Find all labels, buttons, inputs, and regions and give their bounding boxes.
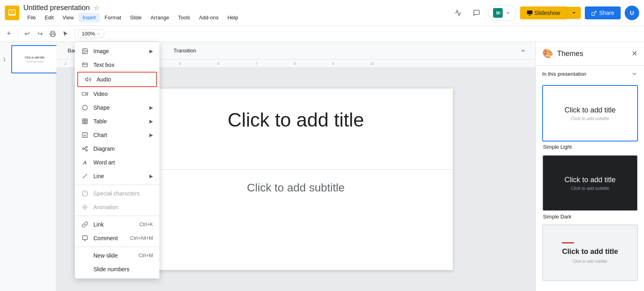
divider-2 [74, 29, 75, 39]
menu-view[interactable]: View [58, 13, 78, 22]
slide-1-thumbnail[interactable]: Click to add title Click to add subtitle [11, 45, 58, 73]
diagram-icon [81, 145, 89, 152]
themes-title: Themes [557, 50, 627, 58]
menu-item-shape-label: Shape [93, 104, 144, 111]
app-logo[interactable]: G [5, 6, 19, 20]
cursor-button[interactable] [60, 28, 71, 39]
menu-item-chart-label: Chart [93, 132, 144, 138]
redo-button[interactable]: ↪ [34, 28, 45, 39]
svg-text:9: 9 [332, 62, 334, 66]
menu-item-new-slide[interactable]: New slide Ctrl+M [75, 249, 159, 262]
transition-button[interactable]: Transition [169, 45, 201, 56]
theme-simple-light[interactable]: Click to add title Click to add subtitle… [542, 85, 638, 150]
line-arrow: ▶ [149, 173, 153, 179]
menu-item-textbox[interactable]: Text box [75, 58, 159, 72]
menu-item-audio[interactable]: Audio [77, 72, 157, 87]
menu-arrange[interactable]: Arrange [147, 13, 173, 22]
svg-point-38 [83, 148, 84, 150]
title-area: Untitled presentation ☆ File Edit View I… [23, 4, 242, 22]
menu-file[interactable]: File [23, 13, 40, 22]
svg-text:6: 6 [217, 62, 219, 66]
menu-edit[interactable]: Edit [41, 13, 58, 22]
slideshow-button[interactable]: Slideshow [520, 6, 567, 19]
add-button[interactable]: + [3, 28, 14, 39]
star-icon[interactable]: ☆ [94, 4, 99, 12]
comments-icon[interactable] [469, 6, 484, 20]
menu-item-table-label: Table [93, 118, 144, 125]
audio-icon [85, 76, 92, 83]
slide-canvas[interactable]: Click to add title Click to add subtitle [139, 89, 453, 270]
slide-title[interactable]: Click to add title [139, 109, 453, 131]
collapse-button[interactable] [518, 45, 529, 56]
undo-button[interactable]: ↩ [21, 28, 33, 39]
user-avatar[interactable]: U [625, 6, 639, 20]
svg-line-42 [84, 149, 86, 150]
svg-text:7: 7 [256, 62, 258, 66]
slideshow-dropdown[interactable] [567, 7, 581, 19]
activity-icon[interactable] [451, 6, 465, 20]
svg-point-40 [86, 150, 87, 151]
animation-icon [81, 204, 89, 211]
svg-rect-32 [83, 119, 87, 124]
menu-addons[interactable]: Add-ons [195, 13, 223, 22]
menu-item-shape[interactable]: Shape ▶ [75, 101, 159, 114]
themes-section-header[interactable]: In this presentation [536, 66, 644, 82]
menu-item-chart[interactable]: Chart ▶ [75, 128, 159, 142]
menu-item-link-label: Link [93, 221, 134, 228]
themes-header: 🎨 Themes ✕ [536, 42, 644, 66]
menu-item-image[interactable]: Image ▶ [75, 44, 159, 58]
menu-item-slide-numbers[interactable]: Slide numbers [75, 262, 159, 276]
divider-1 [18, 29, 18, 39]
theme-simple-dark-thumb: Click to add title Click to add subtitle [542, 155, 638, 211]
theme-simple-dark[interactable]: Click to add title Click to add subtitle… [542, 155, 638, 220]
document-title[interactable]: Untitled presentation [23, 4, 90, 12]
svg-text:10: 10 [370, 62, 374, 66]
menu-item-line[interactable]: Line ▶ [75, 169, 159, 183]
themes-section-chevron [631, 71, 638, 77]
menu-item-wordart[interactable]: A Word art [75, 156, 159, 169]
menu-item-table[interactable]: Table ▶ [75, 114, 159, 128]
shape-arrow: ▶ [149, 105, 153, 110]
svg-marker-30 [86, 93, 88, 96]
themes-list: Click to add title Click to add subtitle… [536, 82, 644, 291]
zoom-control[interactable]: 100% [78, 29, 104, 38]
table-arrow: ▶ [149, 118, 153, 124]
menu-item-comment[interactable]: Comment Ctrl+Alt+M [75, 231, 159, 245]
menu-slide[interactable]: Slide [126, 13, 146, 22]
slides-panel: 1 Click to add title Click to add subtit… [0, 42, 56, 291]
menu-item-animation: Animation [75, 200, 159, 214]
menu-item-line-label: Line [93, 173, 144, 179]
meet-button[interactable]: M [488, 5, 516, 21]
svg-rect-49 [83, 236, 87, 239]
svg-rect-7 [527, 10, 532, 14]
new-slide-shortcut: Ctrl+M [138, 253, 153, 258]
slideshow-area: Slideshow [520, 6, 581, 19]
menu-item-image-label: Image [93, 48, 144, 54]
menu-item-link[interactable]: Link Ctrl+K [75, 218, 159, 231]
link-icon [81, 221, 89, 228]
theme-simple-light-thumb: Click to add title Click to add subtitle [542, 85, 638, 141]
menu-insert[interactable]: Insert [78, 13, 100, 22]
svg-rect-11 [51, 34, 54, 36]
themes-panel: 🎨 Themes ✕ In this presentation Click to… [535, 42, 644, 291]
print-button[interactable] [47, 28, 58, 39]
menu-item-diagram[interactable]: Diagram [75, 142, 159, 156]
themes-close-button[interactable]: ✕ [632, 49, 638, 58]
svg-text:2: 2 [64, 62, 66, 66]
slide-1-container: 1 Click to add title Click to add subtit… [11, 45, 53, 73]
video-icon [81, 90, 89, 98]
theme-streamline[interactable]: Click to add title Click to add subtitle [542, 224, 638, 281]
themes-section-label: In this presentation [542, 71, 586, 77]
menu-format[interactable]: Format [101, 13, 125, 22]
share-button[interactable]: Share [585, 6, 621, 19]
slide-subtitle[interactable]: Click to add subtitle [139, 181, 453, 194]
menu-item-comment-label: Comment [93, 235, 125, 241]
menu-item-video[interactable]: Video [75, 87, 159, 101]
top-right-actions: M Slideshow Share U [451, 5, 639, 21]
image-arrow: ▶ [149, 48, 153, 54]
menu-help[interactable]: Help [223, 13, 242, 22]
menu-tools[interactable]: Tools [174, 13, 194, 22]
menu-item-special-chars: Special characters [75, 187, 159, 200]
svg-point-24 [84, 50, 85, 51]
chart-arrow: ▶ [149, 132, 153, 138]
